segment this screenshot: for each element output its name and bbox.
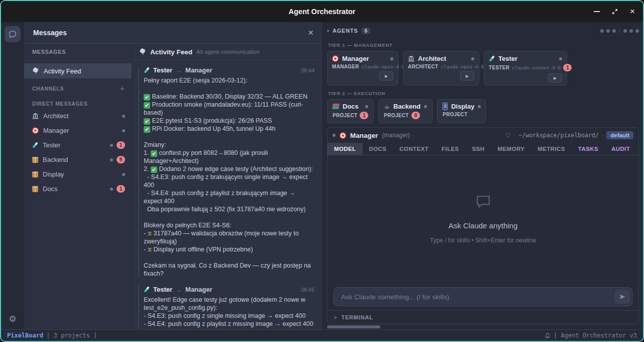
minimize-button[interactable]	[594, 11, 600, 12]
agents-panel: ▾ AGENTS 6 TIER 1 — MANAGEMENT Manager M…	[323, 22, 643, 329]
status-dot	[333, 134, 336, 137]
heart-icon[interactable]: ♡	[505, 132, 511, 139]
sidebar-item-docs[interactable]: Docs 1	[24, 182, 132, 196]
messages-panel-header: Messages ×	[24, 22, 323, 44]
titlebar: Agent Orchestrator ×	[1, 1, 643, 22]
tab-tasks[interactable]: TASKS	[572, 143, 605, 155]
play-button[interactable]: ▶	[460, 71, 474, 80]
agent-console: Manager (manager) ♡ · ~/workspace/pixelb…	[327, 127, 639, 324]
divider	[619, 28, 620, 33]
agent-name: Architect	[418, 55, 446, 62]
sidebar-item-display[interactable]: Display	[24, 167, 132, 182]
messages-rail-button[interactable]	[5, 26, 21, 42]
agent-card-tester[interactable]: Tester TESTER claude-sonnet-4-6 1 ▶	[484, 51, 567, 86]
sidebar-item-label: Tester	[43, 141, 60, 149]
sidebar-item-tester[interactable]: Tester 1	[24, 138, 132, 152]
scrollbar-thumb[interactable]	[327, 325, 380, 328]
status-dot	[365, 105, 368, 108]
sidebar-item-architect[interactable]: Architect	[24, 109, 132, 123]
agent-card-manager[interactable]: Manager MANAGER claude-opus-4-6 ▶	[327, 51, 398, 86]
console-tabs: MODEL DOCS CONTEXT FILES SSH MEMORY METR…	[328, 143, 638, 155]
tab-docs[interactable]: DOCS	[363, 143, 393, 155]
agent-card-display[interactable]: Display PROJECT	[437, 99, 486, 123]
unread-badge: 1	[360, 112, 368, 119]
unread-badge: 1	[563, 64, 572, 71]
agent-name: Tester	[498, 55, 517, 62]
sidebar-item-label: Architect	[43, 112, 69, 120]
console-agent-name: Manager	[350, 132, 378, 139]
play-button[interactable]: ▶	[379, 71, 393, 80]
tab-ssh[interactable]: SSH	[466, 143, 491, 155]
agent-name: Backend	[393, 103, 420, 110]
version-label: | Agent Orchestrator v3	[554, 332, 637, 339]
close-button[interactable]: ×	[630, 7, 635, 17]
messages-panel: Messages × MESSAGES Activity Feed CHANNE…	[24, 22, 323, 329]
empty-state-title: Ask Claude anything	[449, 221, 518, 230]
activity-feed: Activity Feed All agent communication Te…	[132, 44, 323, 329]
tab-context[interactable]: CONTEXT	[393, 143, 435, 155]
add-channel-button[interactable]: +	[120, 84, 125, 93]
prompt-input[interactable]	[334, 287, 632, 306]
package-icon	[32, 186, 38, 192]
agents-header[interactable]: ▾ AGENTS 6	[327, 24, 639, 37]
agent-card-backend[interactable]: ☕ Backend PROJECT 9	[378, 99, 433, 123]
feed-message: Tester → Manager 06:44 Pełny raport E2E …	[138, 66, 314, 278]
sidebar-item-activity-feed[interactable]: Activity Feed	[24, 63, 132, 78]
package-icon	[32, 172, 38, 178]
agent-name: Docs	[343, 103, 359, 110]
message-to: Manager	[185, 66, 212, 74]
tab-audit[interactable]: AUDIT	[605, 143, 636, 155]
agent-role: PROJECT	[384, 113, 408, 118]
arrow-icon: →	[176, 67, 182, 74]
status-dot	[122, 129, 125, 132]
workspace-path: ~/workspace/pixelboard/	[518, 132, 598, 139]
tab-files[interactable]: FILES	[435, 143, 466, 155]
profile-badge[interactable]: default	[606, 131, 633, 139]
tab-model[interactable]: MODEL	[328, 143, 363, 155]
sidebar-item-manager[interactable]: Manager	[24, 123, 132, 138]
messages-panel-title: Messages	[33, 29, 67, 37]
agent-role: TESTER	[489, 65, 509, 70]
arrow-icon: →	[176, 286, 182, 293]
tier2-label: TIER 2 — EXECUTION	[328, 91, 638, 96]
minimize-icon	[594, 11, 600, 12]
sidebar-item-label: Docs	[43, 185, 58, 193]
projects-count: | 3 projects |	[46, 332, 97, 339]
sidebar-item-backend[interactable]: Backend 9	[24, 152, 132, 167]
settings-button[interactable]: ⚙	[9, 314, 16, 324]
tab-memory[interactable]: MEMORY	[491, 143, 531, 155]
horizontal-scrollbar[interactable]	[327, 324, 639, 329]
agent-role: ARCHITECT	[408, 64, 438, 69]
console-agent-role: (manager)	[382, 132, 410, 139]
unread-badge: 9	[411, 112, 420, 119]
target-icon	[332, 55, 339, 62]
status-dot	[559, 57, 562, 60]
bell-icon[interactable]	[545, 332, 551, 339]
status-dot	[390, 57, 393, 60]
agent-role: PROJECT	[443, 112, 467, 117]
play-button[interactable]: ▶	[548, 73, 562, 82]
send-button[interactable]	[615, 290, 630, 304]
separator-dot: ·	[602, 132, 604, 138]
status-dot	[110, 158, 113, 161]
direct-messages-label: DIRECT MESSAGES	[32, 101, 88, 107]
feed-message-list[interactable]: Tester → Manager 06:44 Pełny raport E2E …	[132, 60, 323, 329]
agent-card-architect[interactable]: Architect ARCHITECT claude-opus-4-6 ▶	[403, 51, 479, 86]
target-icon	[340, 132, 346, 139]
sidebar-item-label: Backend	[43, 156, 68, 163]
tier1-label: TIER 1 — MANAGEMENT	[328, 42, 638, 48]
status-dot	[629, 29, 633, 33]
terminal-section[interactable]: > TERMINAL	[328, 310, 638, 324]
messages-close-button[interactable]: ×	[308, 27, 313, 38]
sidebar-dm-section: DIRECT MESSAGES	[24, 95, 132, 109]
status-dot	[478, 105, 481, 108]
tab-metrics[interactable]: METRICS	[531, 143, 572, 155]
console-header: Manager (manager) ♡ · ~/workspace/pixelb…	[328, 128, 638, 143]
message-from: Tester	[153, 66, 172, 74]
status-dot	[110, 188, 113, 191]
agents-label: AGENTS	[333, 28, 358, 34]
maximize-button[interactable]	[612, 9, 618, 15]
agent-card-docs[interactable]: Docs PROJECT 1	[327, 99, 374, 123]
status-dot	[122, 173, 125, 176]
terminal-label: TERMINAL	[341, 314, 373, 320]
